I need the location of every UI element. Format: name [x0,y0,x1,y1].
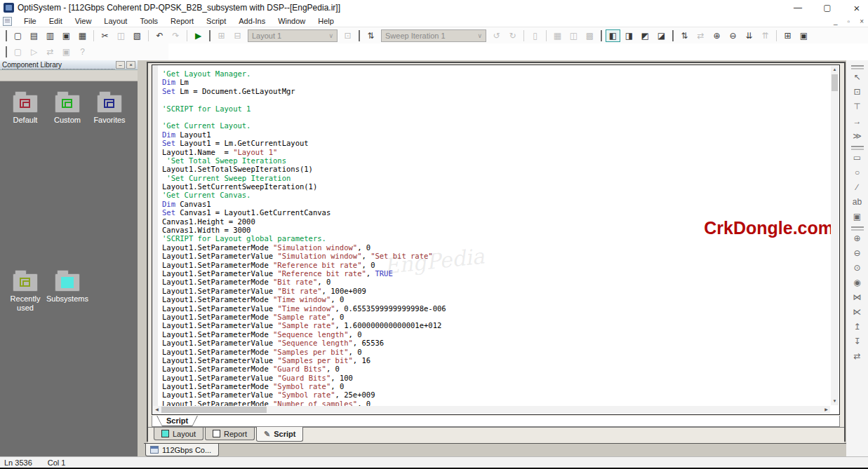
fit-page-icon[interactable]: ⋉ [850,304,865,319]
cut-icon[interactable]: ✂ [98,29,112,42]
next-sweep-icon[interactable]: ↻ [505,29,520,42]
add-component-icon[interactable]: ⊕ [709,29,724,42]
zoom-out-icon[interactable]: ⊖ [850,245,865,260]
copy-icon[interactable]: ◫ [114,29,128,42]
menu-help[interactable]: Help [312,16,340,26]
component-filter-icon[interactable]: ⇈ [758,29,773,42]
menu-view[interactable]: View [69,16,98,26]
scroll-left-icon[interactable]: ◀ [153,406,161,414]
zoom-100-icon[interactable]: ◉ [850,275,865,290]
menu-report[interactable]: Report [164,16,200,26]
vertical-scrollbar[interactable]: ▲ ▼ [831,66,839,405]
scroll-layout-up-icon[interactable]: ↥ [850,319,865,334]
script-editor[interactable]: 'Get Layout Manager.Dim LmSet Lm = Docum… [152,64,840,415]
library-recently-used[interactable]: Recently used [4,269,46,446]
sheet-tab-script[interactable]: Script [156,416,198,426]
component-help-icon[interactable]: ? [75,46,90,58]
horizontal-scrollbar[interactable]: ◀ ▶ [153,406,830,414]
layout-select[interactable]: Layout 1∨ [248,29,338,42]
report-tab-icon [213,430,220,437]
menu-window[interactable]: Window [272,16,312,26]
mdi-minimize-button[interactable]: _ [834,18,838,25]
menu-file[interactable]: File [18,16,43,26]
toolbar-separator [851,146,864,147]
open-file-icon[interactable]: ▤ [27,29,41,42]
sweep-mode-icon[interactable]: ⇅ [363,29,378,42]
auto-connect-icon[interactable]: ≫ [850,128,865,143]
menu-addins[interactable]: Add-Ins [232,16,272,26]
print-icon[interactable]: ▦ [75,29,90,42]
connect-port-icon[interactable]: → [850,114,865,128]
zoom-window-icon[interactable]: ⊙ [850,260,865,275]
panel-minimize-button[interactable]: – [116,61,125,69]
scroll-up-icon[interactable]: ▲ [831,66,839,74]
text-tool-icon[interactable]: ab [850,194,865,209]
close-button[interactable]: × [851,2,862,14]
document-tab[interactable]: 112Gbps Co... [145,444,219,456]
component-box-icon[interactable]: ▣ [59,46,74,58]
crkdongle-watermark: CrkDongle.com [704,218,834,238]
component-order-icon[interactable]: ⇊ [742,29,756,42]
menu-edit[interactable]: Edit [43,16,69,26]
goto-layout-icon[interactable]: ⇄ [850,348,865,363]
panel-close-button[interactable]: × [126,61,135,69]
pointer-select-icon[interactable]: ↖ [850,69,865,84]
component-input-icon[interactable]: ▷ [27,46,41,58]
layout-manager-icon[interactable]: ⊡ [340,29,355,42]
open-sample-icon[interactable]: ▥ [43,29,58,42]
menu-tools[interactable]: Tools [133,16,164,26]
mdi-restore-button[interactable]: ▫ [848,18,850,25]
save-all-icon[interactable]: ▣ [796,29,811,42]
open-component-icon[interactable]: ⊖ [726,29,740,42]
publisher-layout-icon[interactable]: ⊟ [230,29,245,42]
tab-script[interactable]: ✎ Script [256,427,303,442]
calculate-play-icon[interactable]: ▶ [191,29,206,42]
scroll-right-icon[interactable]: ▶ [822,406,830,414]
marquee-select-icon[interactable]: ⊡ [850,84,865,99]
component-swap-icon[interactable]: ⇄ [43,46,58,58]
parameter-table-icon[interactable]: ▦ [550,29,565,42]
previous-sweep-icon[interactable]: ↺ [489,29,504,42]
window-single-view-icon[interactable]: ◧ [606,29,620,42]
window-split-vertical-icon[interactable]: ◨ [622,29,636,42]
duplicate-layout-icon[interactable]: ▯ [528,29,542,42]
sort-components-icon[interactable]: ⇅ [677,29,692,42]
library-favorites[interactable]: Favorites [88,90,131,258]
fit-width-icon[interactable]: ⋈ [850,290,865,304]
library-custom[interactable]: Custom [46,90,88,258]
image-tool-icon[interactable]: ▣ [850,209,865,224]
scroll-down-icon[interactable]: ▼ [831,397,839,405]
save-icon[interactable]: ▣ [59,29,74,42]
zoom-in-icon[interactable]: ⊕ [850,231,865,245]
reload-components-icon[interactable]: ⇄ [693,29,708,42]
window-split-right-icon[interactable]: ◪ [654,29,669,42]
line-tool-icon[interactable]: ∕ [850,179,865,194]
report-grid-icon[interactable]: ▩ [582,29,597,42]
library-default[interactable]: Default [4,90,46,258]
toolbar-separator [187,30,187,41]
ellipse-tool-icon[interactable]: ○ [850,165,865,179]
library-subsystems[interactable]: Subsystems [46,269,88,446]
undo-icon[interactable]: ↶ [152,29,167,42]
window-split-left-icon[interactable]: ◩ [638,29,653,42]
tab-report[interactable]: Report [205,428,255,440]
horizontal-scroll-thumb[interactable] [161,407,267,413]
rectangle-tool-icon[interactable]: ▭ [850,150,865,165]
menu-script[interactable]: Script [200,16,232,26]
export-project-icon[interactable]: ⊞ [780,29,795,42]
mdi-close-button[interactable]: × [860,18,864,25]
scroll-layout-down-icon[interactable]: ↧ [850,334,865,348]
restore-button[interactable]: ▢ [822,3,833,13]
paste-icon[interactable]: ▧ [130,29,145,42]
minimize-button[interactable]: — [792,3,803,13]
new-file-icon[interactable]: ▢ [11,29,25,42]
vertical-scroll-thumb[interactable] [832,74,838,91]
export-results-icon[interactable]: ◫ [566,29,581,42]
tab-layout[interactable]: Layout [154,428,203,440]
menu-layout[interactable]: Layout [98,16,133,26]
redo-icon[interactable]: ↷ [168,29,183,42]
insert-subsystem-icon[interactable]: ▢ [11,46,25,58]
flip-vertical-icon[interactable]: ⊤ [850,99,865,114]
draft-layout-icon[interactable]: ⊞ [214,29,229,42]
sweep-iteration-select[interactable]: Sweep Iteration 1∨ [381,29,486,42]
